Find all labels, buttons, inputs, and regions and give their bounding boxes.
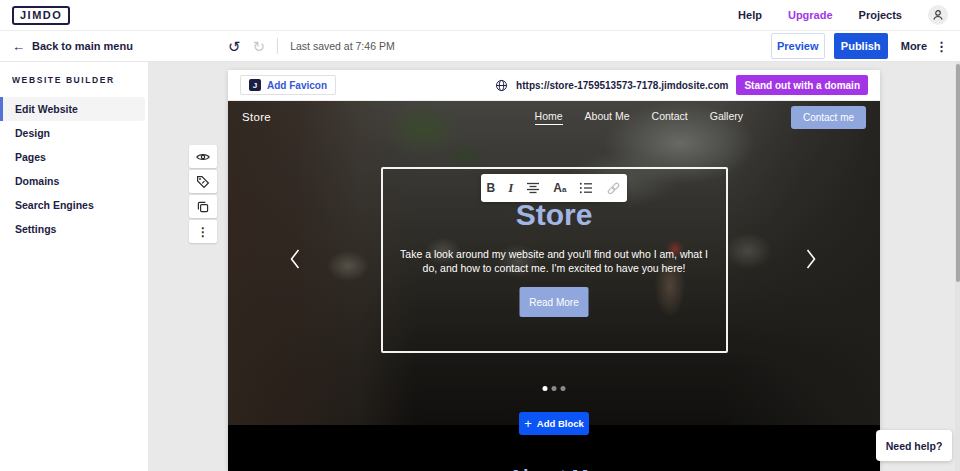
hero-title[interactable]: Store (228, 198, 880, 232)
nav-contact[interactable]: Contact (652, 110, 688, 124)
sidebar: WEBSITE BUILDER Edit Website Design Page… (0, 62, 148, 471)
chevron-left-icon (288, 247, 302, 271)
user-icon (931, 8, 945, 22)
nav-about-me[interactable]: About Me (585, 110, 630, 124)
nav-gallery[interactable]: Gallery (710, 110, 743, 124)
jimdo-website-builder: JIMDO Help Upgrade Projects ← Back to ma… (0, 0, 960, 471)
workspace-scrollbar[interactable] (955, 62, 960, 471)
link-icon[interactable] (606, 181, 621, 196)
duplicate-block-button[interactable] (189, 195, 217, 218)
stand-out-domain-button[interactable]: Stand out with a domain (736, 75, 868, 95)
eye-icon (195, 149, 211, 165)
sidebar-item-settings[interactable]: Settings (0, 217, 148, 241)
add-block-label: Add Block (537, 418, 584, 429)
add-favicon-button[interactable]: J Add Favicon (240, 75, 336, 95)
back-arrow-icon: ← (12, 40, 25, 53)
plus-icon: + (524, 417, 532, 430)
site-url[interactable]: https://store-1759513573-7178.jimdosite.… (516, 80, 728, 91)
site-preview: Store Home About Me Contact Gallery Cont… (228, 101, 880, 425)
style-tag-icon (195, 174, 211, 190)
kebab-icon: ⋮ (197, 225, 209, 239)
hero-paragraph-line1: Take a look around my website and you'll… (389, 247, 719, 261)
url-cluster: https://store-1759513573-7178.jimdosite.… (495, 75, 868, 95)
projects-link[interactable]: Projects (859, 9, 902, 21)
kebab-icon: ⋮ (935, 39, 948, 54)
scrollbar-thumb[interactable] (956, 64, 960, 282)
site-header: Store Home About Me Contact Gallery Cont… (228, 101, 880, 133)
publish-button[interactable]: Publish (834, 33, 888, 59)
sidebar-heading: WEBSITE BUILDER (0, 62, 148, 85)
block-more-button[interactable]: ⋮ (189, 220, 217, 243)
read-more-button[interactable]: Read More (520, 287, 589, 317)
hero-paragraph-line2: do, and how to contact me. I'm excited t… (389, 261, 719, 275)
preview-button[interactable]: Preview (771, 33, 825, 59)
font-style-icon[interactable]: Aa (553, 182, 566, 194)
jimdo-logo[interactable]: JIMDO (12, 6, 70, 25)
hide-block-button[interactable] (189, 145, 217, 168)
more-menu[interactable]: More ⋮ (901, 39, 948, 54)
chevron-right-icon (804, 247, 818, 271)
editor-toolbar-row: ← Back to main menu ↺ ↻ Last saved at 7:… (0, 31, 960, 62)
more-label: More (901, 40, 927, 52)
sidebar-list: Edit Website Design Pages Domains Search… (0, 97, 148, 241)
redo-icon[interactable]: ↻ (253, 39, 266, 54)
sidebar-item-pages[interactable]: Pages (0, 145, 148, 169)
block-toolbar: ⋮ (189, 145, 217, 243)
next-section-heading: About Me (228, 466, 880, 471)
bold-icon[interactable]: B (487, 181, 496, 195)
nav-home[interactable]: Home (535, 110, 563, 125)
align-center-icon[interactable] (526, 182, 540, 194)
divider (277, 38, 278, 54)
browser-chrome-bar: J Add Favicon https://store-1759513573-7… (228, 70, 880, 101)
globe-icon (495, 79, 508, 92)
style-block-button[interactable] (189, 170, 217, 193)
sidebar-item-design[interactable]: Design (0, 121, 148, 145)
carousel-dot-2[interactable] (552, 386, 557, 391)
site-nav: Home About Me Contact Gallery Contact me (535, 106, 866, 129)
account-avatar[interactable] (928, 5, 948, 25)
sidebar-item-search-engines[interactable]: Search Engines (0, 193, 148, 217)
top-bar-links: Help Upgrade Projects (738, 5, 948, 25)
carousel-next-button[interactable] (804, 247, 818, 275)
hero-paragraph[interactable]: Take a look around my website and you'll… (389, 247, 719, 276)
duplicate-icon (195, 199, 211, 215)
publish-cluster: Preview Publish More ⋮ (771, 31, 948, 61)
add-block-button[interactable]: + Add Block (519, 412, 589, 435)
site-brand[interactable]: Store (242, 111, 271, 123)
contact-me-button[interactable]: Contact me (791, 106, 866, 129)
bullet-list-icon[interactable] (579, 182, 593, 194)
carousel-dot-1[interactable] (543, 386, 548, 391)
back-to-main-menu[interactable]: ← Back to main menu (12, 31, 133, 61)
upgrade-link[interactable]: Upgrade (788, 9, 833, 21)
top-bar: JIMDO Help Upgrade Projects (0, 0, 960, 31)
carousel-dots (543, 386, 566, 391)
text-editor-toolbar: B I Aa (481, 174, 627, 202)
carousel-prev-button[interactable] (288, 247, 302, 275)
need-help-button[interactable]: Need help? (876, 430, 952, 461)
undo-icon[interactable]: ↺ (228, 39, 241, 54)
sidebar-item-edit-website[interactable]: Edit Website (0, 97, 145, 121)
sidebar-item-domains[interactable]: Domains (0, 169, 148, 193)
add-favicon-label: Add Favicon (267, 80, 327, 91)
last-saved-status: Last saved at 7:46 PM (290, 40, 394, 52)
italic-icon[interactable]: I (508, 180, 513, 196)
carousel-dot-3[interactable] (561, 386, 566, 391)
back-label: Back to main menu (32, 40, 133, 52)
history-controls: ↺ ↻ Last saved at 7:46 PM (228, 31, 395, 61)
site-canvas: J Add Favicon https://store-1759513573-7… (228, 70, 880, 471)
favicon-placeholder: J (249, 79, 261, 91)
help-link[interactable]: Help (738, 9, 762, 21)
